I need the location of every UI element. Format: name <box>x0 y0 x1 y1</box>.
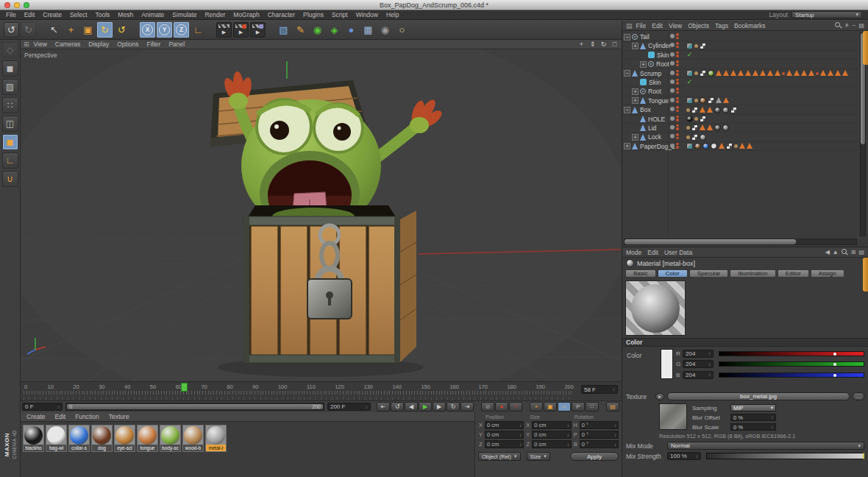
stepper-icon[interactable]: ↕ <box>696 454 698 459</box>
rotate-tool[interactable]: ↻ <box>97 22 113 38</box>
menu-item[interactable]: Window <box>356 11 378 18</box>
add-light-button[interactable]: ○ <box>394 22 410 38</box>
menu-item[interactable]: Create <box>43 11 62 18</box>
menu-item[interactable]: Animate <box>141 11 164 18</box>
record-button[interactable]: ⊘ <box>481 402 494 411</box>
attribute-tab[interactable]: Editor <box>778 269 809 278</box>
coordinate-field[interactable]: Y0 cm↕ <box>478 431 524 439</box>
pose-tag-icon[interactable] <box>842 70 848 76</box>
dot-tag-icon[interactable] <box>694 71 698 75</box>
pose-tag-icon[interactable] <box>707 107 713 113</box>
model-mode-tool[interactable]: ◼ <box>2 60 18 77</box>
expand-icon[interactable]: + <box>632 134 638 141</box>
skin-check-icon[interactable]: ✓ <box>686 52 693 58</box>
blackho[interactable]: blackho <box>23 425 44 452</box>
object-row-box[interactable]: −Box <box>622 105 858 114</box>
coordinate-size-select[interactable]: Size▾ <box>527 452 550 461</box>
object-label[interactable]: Tongue <box>648 97 669 105</box>
stepper-icon[interactable]: ↕ <box>366 405 368 409</box>
attribute-menu-item[interactable]: Mode <box>626 249 641 256</box>
channel-slider[interactable] <box>719 361 864 367</box>
next-frame-button[interactable]: ▶ <box>433 402 446 411</box>
collapse-icon[interactable]: − <box>624 34 630 40</box>
search-icon[interactable] <box>835 22 842 29</box>
texture-prop-value[interactable]: 0 %↕▾ <box>730 414 776 421</box>
layout-select[interactable]: Startup▾ <box>791 11 862 18</box>
search-icon[interactable] <box>842 249 848 255</box>
color-swatch[interactable] <box>661 349 673 379</box>
object-row-hole[interactable]: HOLE <box>622 115 858 124</box>
redo-button[interactable]: ↻ <box>21 22 36 38</box>
add-primitive-button[interactable]: ▧ <box>276 22 291 38</box>
dot-tag-icon[interactable] <box>816 72 819 75</box>
coordinate-field[interactable]: X0 cm↕ <box>478 421 524 429</box>
object-label[interactable]: Lock <box>648 133 661 141</box>
attribute-tab[interactable]: Illumination <box>730 269 775 278</box>
pose-tag-icon[interactable] <box>753 70 758 76</box>
viewport-menu-item[interactable]: View <box>34 40 47 48</box>
phong-tag-icon[interactable] <box>686 143 693 149</box>
add-spline-button[interactable]: ✎ <box>293 22 308 38</box>
material-tag-icon[interactable] <box>700 97 706 104</box>
zoom-view-icon[interactable]: ⇕ <box>588 40 597 48</box>
object-manager-hscrollbar[interactable] <box>624 239 857 245</box>
loop-button[interactable]: ↻ <box>447 402 460 411</box>
stepper-icon[interactable]: ↕ <box>519 442 522 447</box>
stepper-icon[interactable]: ↕ <box>567 433 569 437</box>
render-region-button[interactable]: ▶ <box>233 22 249 38</box>
material-tag-icon[interactable] <box>714 107 721 113</box>
stepper-icon[interactable]: ↕ <box>519 433 522 437</box>
play-button[interactable]: ▶ <box>419 402 432 411</box>
pose-tag-icon[interactable] <box>738 70 744 76</box>
preview-range-thumb[interactable]: 0 200 <box>67 404 323 409</box>
layout-edge-tab[interactable] <box>863 31 868 65</box>
material-tag-icon[interactable] <box>694 143 701 149</box>
menu-item[interactable]: Script <box>332 11 348 18</box>
visibility-dots[interactable] <box>670 143 679 149</box>
stepper-icon[interactable]: ↕ <box>771 425 773 429</box>
phong-tag-icon[interactable] <box>686 43 693 49</box>
wood-b[interactable]: wood-b <box>182 425 204 452</box>
object-label[interactable]: Cylinder <box>648 42 671 49</box>
expand-icon[interactable]: + <box>632 88 638 95</box>
dot-tag-icon[interactable] <box>734 144 738 148</box>
stepper-icon[interactable]: ↕ <box>57 405 60 409</box>
menu-item[interactable]: Edit <box>24 11 35 18</box>
add-environment-button[interactable]: ● <box>344 22 359 38</box>
menu-item[interactable]: MoGraph <box>233 11 259 18</box>
metal-t[interactable]: metal-t <box>205 425 227 452</box>
channel-value-field[interactable]: 204↕ <box>683 371 714 379</box>
dog[interactable]: dog <box>91 425 113 452</box>
toggle-view-icon[interactable]: □ <box>611 40 619 48</box>
texture-mode-tool[interactable]: ▨ <box>2 79 18 95</box>
object-label[interactable]: Lid <box>648 124 656 132</box>
viewport-menu-item[interactable]: Filter <box>146 40 160 48</box>
texture-prop-value[interactable]: MIP↕▾ <box>730 404 776 411</box>
uvw-tag-icon[interactable] <box>700 43 706 49</box>
object-menu-item[interactable]: Tags <box>715 22 728 29</box>
make-editable-tool[interactable]: ◇ <box>2 42 18 58</box>
minimize-panel-icon[interactable]: − <box>853 22 856 29</box>
panel-grid-icon[interactable]: ⊞ <box>24 40 29 48</box>
stepper-icon[interactable]: ↕ <box>614 423 616 428</box>
visibility-dots[interactable] <box>670 106 679 112</box>
stepper-icon[interactable]: ↕ <box>614 433 616 437</box>
uvw-tag-icon[interactable] <box>708 97 714 104</box>
pose-tag-icon[interactable] <box>808 70 814 76</box>
tongue[interactable]: tongue <box>137 425 158 452</box>
mix-strength-field[interactable]: 100 %↕ <box>667 452 701 460</box>
pose-tag-icon[interactable] <box>747 143 753 149</box>
visibility-dots[interactable] <box>670 88 679 93</box>
uvw-tag-icon[interactable] <box>700 70 706 77</box>
polygon-mode-tool[interactable]: ◼ <box>2 134 18 150</box>
coordinate-mode-select[interactable]: Object (Rel)▾ <box>478 452 521 461</box>
pose-tag-icon[interactable] <box>707 124 713 130</box>
add-camera-button[interactable]: ◉ <box>377 22 393 38</box>
object-label[interactable]: Root <box>656 60 669 68</box>
material-tag-icon[interactable] <box>702 143 709 149</box>
coordinate-field[interactable]: B0 °↕ <box>573 440 619 448</box>
object-label[interactable]: Tail <box>640 33 650 40</box>
pan-view-icon[interactable]: + <box>577 40 586 48</box>
menu-item[interactable]: Render <box>204 11 225 18</box>
add-floor-button[interactable]: ▦ <box>360 22 376 38</box>
